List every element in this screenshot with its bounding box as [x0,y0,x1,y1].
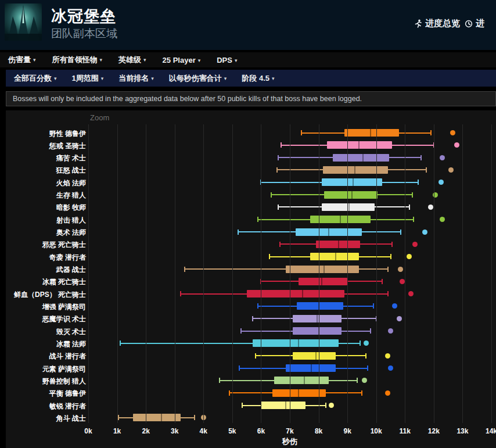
whisker-cap [412,192,413,198]
filter-label: 阶段 4.5 [242,74,269,83]
iqr-box[interactable] [344,129,399,137]
outlier-dot[interactable] [450,130,455,135]
iqr-box[interactable] [299,278,347,285]
outlier-dot[interactable] [364,341,369,346]
x-tick-label: 9k [335,427,360,435]
row-label: 暗影 牧师 [10,203,86,213]
zone-header: 冰冠堡垒 团队副本区域 进度总览进 [0,0,496,50]
whisker-cap [418,180,419,185]
filter-ranking[interactable]: 当前排名▾ [118,73,154,84]
row-label: 角斗 战士 [10,414,86,424]
row-label: 毁灭 术士 [10,327,86,337]
iqr-box[interactable] [333,154,389,162]
filter-role[interactable]: DPS▾ [217,56,237,64]
whisker-cap [367,365,368,371]
chevron-down-icon: ▾ [224,76,227,81]
filter-boss[interactable]: 所有首领怪物▾ [52,55,103,65]
chevron-down-icon: ▾ [101,76,104,81]
filter-metric[interactable]: 伤害量▾ [8,55,36,65]
iqr-box[interactable] [133,414,181,421]
median-line [348,203,350,211]
outlier-dot[interactable] [397,316,402,321]
gridline [376,124,377,423]
filter-phase[interactable]: 阶段 4.5▾ [242,73,274,84]
page-subtitle: 团队副本区域 [51,26,117,41]
iqr-box[interactable] [323,166,388,174]
outlier-dot[interactable] [392,303,397,309]
median-line [315,352,317,360]
iqr-box[interactable] [253,339,339,347]
outlier-dot[interactable] [408,291,414,296]
progress-overview-link[interactable]: 进度总览 [415,18,460,29]
row-label: 恶魔学识 术士 [10,314,86,324]
outlier-dot[interactable] [440,155,445,160]
outlier-dot[interactable] [428,205,433,210]
whisker-cap [194,415,195,420]
iqr-box[interactable] [327,141,392,149]
x-tick-label: 1k [105,427,130,435]
row-label: 奥术 法师 [10,228,86,238]
outlier-dot[interactable] [407,254,412,259]
filter-difficulty[interactable]: 英雄级▾ [118,55,146,65]
median-line [335,253,336,260]
iqr-box[interactable] [261,402,305,409]
iqr-box[interactable] [272,389,326,397]
outlier-dot[interactable] [362,378,367,383]
x-tick-label: 14k [479,427,496,435]
outlier-dot[interactable] [412,242,418,247]
gridline [232,124,233,423]
outlier-dot[interactable] [439,180,444,185]
x-tick-label: 11k [392,427,418,435]
median-line [362,154,364,162]
chevron-down-icon: ▾ [272,76,275,81]
iqr-box[interactable] [310,253,359,260]
chevron-down-icon: ▾ [151,76,154,81]
iqr-box[interactable] [293,327,342,335]
outlier-dot[interactable] [440,217,445,222]
median-line [311,364,312,372]
whisker-cap [325,403,326,408]
outlier-dot[interactable] [448,167,454,173]
outlier-dot[interactable] [388,365,393,371]
outlier-dot[interactable] [385,353,390,359]
filter-aggregation[interactable]: 以每秒伤害合计▾ [169,73,227,84]
outlier-dot[interactable] [454,142,459,148]
x-tick-label: 12k [421,427,447,435]
filter-percentile[interactable]: 全部百分数▾ [14,73,57,84]
outlier-dot[interactable] [385,390,390,396]
whisker-cap [219,378,220,383]
outlier-dot[interactable] [329,403,334,408]
filter-label: 25 Player [163,56,196,64]
whisker-cap [240,328,242,334]
median-line [354,166,355,174]
outlier-dot[interactable] [400,279,405,284]
filter-size[interactable]: 25 Player▾ [163,56,201,64]
page: 冰冠堡垒 团队副本区域 进度总览进 伤害量▾所有首领怪物▾英雄级▾25 Play… [0,0,496,448]
filter-label: 英雄级 [118,55,141,64]
iqr-box[interactable] [297,302,343,310]
iqr-box[interactable] [322,178,382,186]
outlier-dot[interactable] [388,328,393,334]
row-label: 冰霜 法师 [10,339,86,349]
chevron-down-icon: ▾ [100,57,103,63]
filter-label: 全部百分数 [14,74,52,83]
whisker-cap [370,328,371,334]
whisker-cap [430,130,432,135]
whisker-cap [269,254,270,259]
whisker-cap [257,217,258,222]
iqr-box[interactable] [274,377,329,384]
iqr-box[interactable] [293,352,336,360]
outlier-dot[interactable] [398,267,403,272]
median-line [321,278,322,285]
gridline [117,124,118,423]
whisker-cap [242,403,243,408]
filter-timeframe[interactable]: 1周范围▾ [72,73,104,84]
header-link-label: 进度总览 [425,18,460,29]
row-label: 冰霜 死亡骑士 [10,277,86,287]
outlier-dot[interactable] [422,230,427,235]
x-tick-label: 5k [220,427,245,435]
whisker-cap [420,155,422,160]
gridline [146,124,146,423]
secondary-link-partial[interactable]: 进 [465,18,484,29]
x-tick-label: 8k [306,427,332,435]
